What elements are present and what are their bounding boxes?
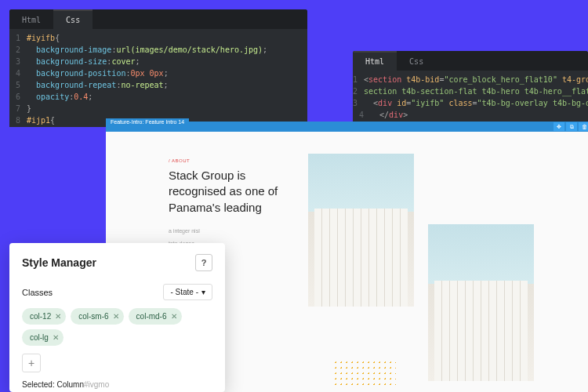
- class-chip[interactable]: col-12✕: [22, 308, 66, 325]
- code-line: 1<section t4b-bid="core_block_hero_flat1…: [353, 74, 588, 85]
- help-button[interactable]: ?: [195, 254, 212, 271]
- code-line: 2 background-image:url(images/demo/stack…: [9, 44, 307, 56]
- selected-block-label: Feature-Intro: Feature Intro 14: [106, 118, 189, 125]
- class-chip[interactable]: col-md-6✕: [129, 308, 182, 325]
- add-class-button[interactable]: +: [22, 354, 41, 372]
- remove-chip-icon[interactable]: ✕: [171, 312, 177, 321]
- tab-css[interactable]: Css: [53, 9, 93, 29]
- code-line: 4 </div>: [353, 109, 588, 121]
- chevron-down-icon: ▾: [201, 288, 205, 296]
- state-dropdown[interactable]: - State - ▾: [163, 284, 212, 300]
- canvas-toolbar: Feature-Intro: Feature Intro 14 ✥ ⧉ 🗑: [106, 122, 588, 132]
- class-chip[interactable]: col-lg✕: [22, 329, 64, 346]
- tab-html[interactable]: Html: [353, 51, 397, 71]
- tab-html[interactable]: Html: [9, 9, 53, 29]
- move-icon[interactable]: ✥: [554, 122, 564, 131]
- panel-title: Style Manager: [22, 256, 96, 269]
- remove-chip-icon[interactable]: ✕: [113, 312, 119, 321]
- section-eyebrow: / ABOUT: [169, 158, 294, 163]
- building-image-1: [308, 154, 414, 307]
- selected-element-readout: Selected: Column#ivgmo: [22, 380, 212, 389]
- style-manager-panel: Style Manager ? Classes - State - ▾ col-…: [9, 243, 225, 392]
- building-image-2: [428, 224, 534, 381]
- class-chip-list: col-12✕col-sm-6✕col-md-6✕col-lg✕: [22, 308, 212, 346]
- code-line: 1#iyifb{: [9, 32, 307, 44]
- delete-icon[interactable]: 🗑: [579, 122, 588, 131]
- remove-chip-icon[interactable]: ✕: [53, 333, 59, 342]
- css-code-block[interactable]: 1#iyifb{2 background-image:url(images/de…: [9, 29, 307, 127]
- tab-css[interactable]: Css: [397, 51, 436, 71]
- section-headline: Stack Group is recognised as one of Pana…: [169, 168, 294, 216]
- code-line: 3 <div id="iyifb" class="t4b-bg-overlay …: [353, 97, 588, 109]
- remove-chip-icon[interactable]: ✕: [55, 312, 61, 321]
- code-line: 5 background-repeat:no-repeat;: [9, 79, 307, 91]
- editor-tabs: Html Css: [353, 51, 588, 71]
- classes-label: Classes: [22, 288, 53, 297]
- code-line: 4 background-position:0px 0px;: [9, 67, 307, 79]
- decorative-dot-grid: [333, 360, 396, 387]
- code-line: 7}: [9, 103, 307, 114]
- editor-tabs: Html Css: [9, 9, 307, 29]
- code-line: 2section t4b-section-flat t4b-hero t4b-h…: [353, 85, 588, 97]
- css-editor-panel: Html Css 1#iyifb{2 background-image:url(…: [9, 9, 307, 127]
- class-chip[interactable]: col-sm-6✕: [71, 308, 123, 325]
- copy-icon[interactable]: ⧉: [566, 122, 577, 131]
- code-line: 3 background-size:cover;: [9, 56, 307, 67]
- code-line: 6 opacity:0.4;: [9, 91, 307, 103]
